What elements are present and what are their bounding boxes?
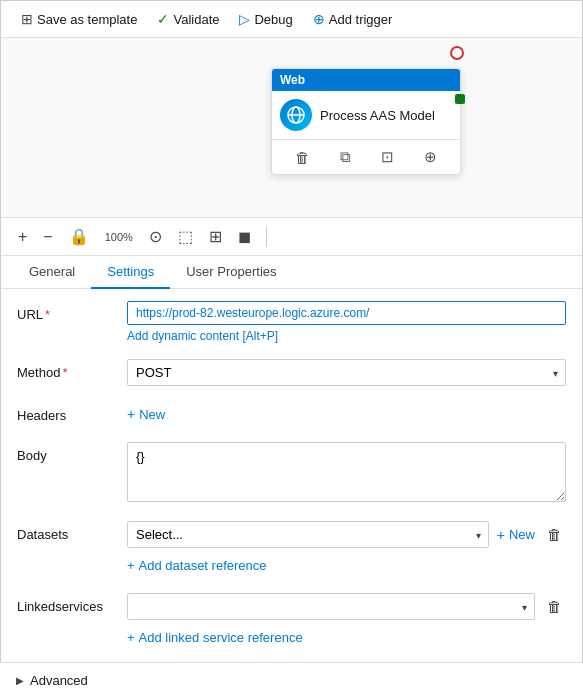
zoom-in-button[interactable]: + [13, 225, 32, 249]
datasets-select-wrap: Select... ▾ [127, 521, 489, 548]
canvas-area: Web Process AAS Model 🗑 ⧉ ⊡ ⊕ [1, 38, 582, 218]
headers-control-area: + New [127, 402, 566, 426]
body-textarea[interactable]: {} [127, 442, 566, 502]
web-card-status [455, 94, 465, 104]
new-header-button[interactable]: + New [127, 402, 165, 426]
layout-button[interactable]: ◼ [233, 224, 256, 249]
headers-label: Headers [17, 402, 127, 423]
debug-button[interactable]: ▷ Debug [231, 7, 300, 31]
dynamic-content-link[interactable]: Add dynamic content [Alt+P] [127, 329, 566, 343]
validate-label: Validate [173, 12, 219, 27]
method-select-wrapper: POST GET PUT DELETE PATCH ▾ [127, 359, 566, 386]
save-template-button[interactable]: ⊞ Save as template [13, 7, 145, 31]
datasets-row-inner: Select... ▾ + New 🗑 [127, 521, 566, 548]
method-required: * [62, 365, 67, 380]
secondary-toolbar: + − 🔒 100% ⊙ ⬚ ⊞ ◼ [1, 218, 582, 256]
tab-settings[interactable]: Settings [91, 256, 170, 289]
trigger-icon: ⊕ [313, 11, 325, 27]
tab-user-properties[interactable]: User Properties [170, 256, 292, 289]
tab-general[interactable]: General [13, 256, 91, 289]
select-button[interactable]: ⬚ [173, 224, 198, 249]
linkedservices-select-wrap: ▾ [127, 593, 535, 620]
trigger-label: Add trigger [329, 12, 393, 27]
linkedservices-control-area: ▾ 🗑 + Add linked service reference [127, 593, 566, 649]
url-required: * [45, 307, 50, 322]
save-template-icon: ⊞ [21, 11, 33, 27]
debug-label: Debug [254, 12, 292, 27]
datasets-area: Select... ▾ + New 🗑 + Add dataset refere… [127, 521, 566, 577]
lock-button[interactable]: 🔒 [64, 224, 94, 249]
advanced-section: ▶ Advanced [0, 662, 583, 698]
advanced-toggle-button[interactable]: ▶ Advanced [16, 673, 88, 688]
save-template-label: Save as template [37, 12, 137, 27]
validate-button[interactable]: ✓ Validate [149, 7, 227, 31]
zoom-fit-button[interactable]: 100% [100, 228, 138, 246]
card-copy-button[interactable]: ⧉ [336, 146, 355, 168]
add-dataset-plus-icon: + [127, 558, 135, 573]
web-card: Web Process AAS Model 🗑 ⧉ ⊡ ⊕ [271, 68, 461, 175]
add-linked-row: + Add linked service reference [127, 620, 566, 649]
add-linked-plus-icon: + [127, 630, 135, 645]
advanced-label: Advanced [30, 673, 88, 688]
method-select[interactable]: POST GET PUT DELETE PATCH [127, 359, 566, 386]
focus-button[interactable]: ⊙ [144, 224, 167, 249]
delete-linked-button[interactable]: 🗑 [543, 596, 566, 617]
method-row: Method* POST GET PUT DELETE PATCH ▾ [17, 359, 566, 386]
card-arrow-button[interactable]: ⊕ [420, 146, 441, 168]
url-label: URL* [17, 301, 127, 322]
linked-inner: ▾ 🗑 [127, 593, 566, 620]
url-input[interactable] [127, 301, 566, 325]
card-delete-button[interactable]: 🗑 [291, 146, 314, 168]
url-row: URL* Add dynamic content [Alt+P] [17, 301, 566, 343]
body-row: Body {} [17, 442, 566, 505]
body-control-area: {} [127, 442, 566, 505]
toolbar-divider [266, 227, 267, 247]
web-card-body: Process AAS Model [272, 91, 460, 139]
datasets-label: Datasets [17, 521, 127, 542]
headers-row: Headers + New [17, 402, 566, 426]
tabs-row: General Settings User Properties [1, 256, 582, 289]
add-linked-button[interactable]: + Add linked service reference [127, 626, 303, 649]
form-area: URL* Add dynamic content [Alt+P] Method*… [1, 289, 582, 692]
datasets-row: Datasets Select... ▾ + New 🗑 + [17, 521, 566, 577]
zoom-out-button[interactable]: − [38, 225, 57, 249]
chevron-right-icon: ▶ [16, 675, 24, 686]
new-dataset-plus-icon: + [497, 527, 505, 543]
method-control-area: POST GET PUT DELETE PATCH ▾ [127, 359, 566, 386]
validate-icon: ✓ [157, 11, 169, 27]
add-trigger-button[interactable]: ⊕ Add trigger [305, 7, 401, 31]
delete-dataset-button[interactable]: 🗑 [543, 524, 566, 545]
url-control-area: Add dynamic content [Alt+P] [127, 301, 566, 343]
web-card-header: Web [272, 69, 460, 91]
web-card-actions: 🗑 ⧉ ⊡ ⊕ [272, 139, 460, 174]
linkedservices-row: Linkedservices ▾ 🗑 + Add linked service … [17, 593, 566, 649]
web-card-icon [280, 99, 312, 131]
status-indicator [450, 46, 464, 60]
add-dataset-button[interactable]: + Add dataset reference [127, 554, 267, 577]
linkedservices-label: Linkedservices [17, 593, 127, 614]
datasets-select[interactable]: Select... [127, 521, 489, 548]
card-duplicate-button[interactable]: ⊡ [377, 146, 398, 168]
add-dataset-row: + Add dataset reference [127, 548, 566, 577]
web-card-title: Process AAS Model [320, 108, 435, 123]
linkedservices-select[interactable] [127, 593, 535, 620]
grid-button[interactable]: ⊞ [204, 224, 227, 249]
top-toolbar: ⊞ Save as template ✓ Validate ▷ Debug ⊕ … [1, 1, 582, 38]
plus-icon: + [127, 406, 135, 422]
debug-icon: ▷ [239, 11, 250, 27]
new-dataset-button[interactable]: + New [497, 523, 535, 547]
method-label: Method* [17, 359, 127, 380]
body-label: Body [17, 442, 127, 463]
